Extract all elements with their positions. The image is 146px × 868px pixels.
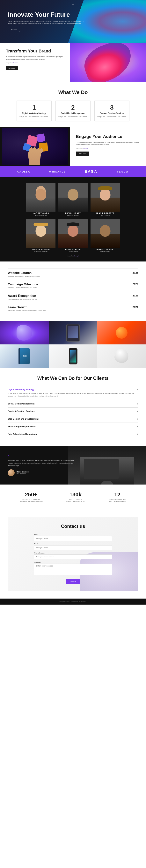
service-desc-1: Sample text. Click to select the Text El… xyxy=(20,116,49,118)
gallery-ball-6 xyxy=(113,347,130,365)
team-photo-jennie xyxy=(91,183,120,212)
accordion-chevron-6: ∨ xyxy=(137,433,138,435)
testimonial-quote: Ipsum quia dolor sit amet, consectetur, … xyxy=(8,460,74,467)
gallery-item-4 xyxy=(0,344,49,368)
timeline-year-3: 2023 xyxy=(132,294,138,297)
form-input-email[interactable] xyxy=(34,545,112,550)
transform-section: Transform Your Brand At vero eos et accu… xyxy=(0,43,146,82)
accordion-content-1: Ut wisi enim ad minim veniam, Lorem ipsu… xyxy=(8,391,138,398)
hero-section: ☰ Innovate Your Future Lorem ipsum dolor… xyxy=(0,0,146,43)
transform-left: Transform Your Brand At vero eos et accu… xyxy=(0,43,70,82)
stat-sublabel-projects: Successful Campaigns Delivered xyxy=(20,500,43,502)
team-photo-phoebe xyxy=(26,219,55,248)
brand-logo-binance: ◆ BINANCE xyxy=(49,170,66,173)
team-role-frank: Financial Director xyxy=(58,215,88,216)
team-photo-celia xyxy=(58,219,88,248)
team-image-credit: Image from Freepik xyxy=(8,255,138,258)
team-member-jennie: JENNIE ROBERTS Vice President xyxy=(91,183,120,216)
accordion-header-3[interactable]: Content Creation Services ∨ xyxy=(8,410,138,413)
timeline-title-3: Award Recognition xyxy=(8,294,38,298)
what-we-do-title: What We Do xyxy=(8,89,138,95)
team-member-nat: NAT REYNOLDS Accountant/auditor xyxy=(26,183,55,216)
timeline-desc-1: Celebrating Our Client's New Online Pres… xyxy=(8,275,40,277)
form-label-phone: Phone Number xyxy=(34,552,112,554)
gallery-item-5 xyxy=(49,344,97,368)
team-member-celia: CELIA ALMEDA Office Manager xyxy=(58,219,88,252)
service-desc-3: Sample text. Click to select the Text El… xyxy=(97,116,126,118)
testimonial-name: Roxie Swanson xyxy=(17,471,30,473)
stat-item-projects: 250+ PROJECTS COMPLETED Successful Campa… xyxy=(20,492,43,502)
service-desc-2: Sample text. Click to select the Text El… xyxy=(58,116,88,118)
brand-logos-section: CROLLA ◆ BINANCE EVGA TESLA xyxy=(0,166,146,177)
team-member-samuel: SAMUEL SCHIOK Sales Manager xyxy=(91,219,120,252)
hero-content: Innovate Your Future Lorem ipsum dolor s… xyxy=(8,11,86,32)
hero-description: Lorem ipsum dolor sit amet, consectetur … xyxy=(8,20,86,25)
accordion-header-1[interactable]: Digital Marketing Strategy ∨ xyxy=(8,388,138,391)
stat-sublabel-years: Years in Digital Innovation xyxy=(108,500,126,502)
team-section: NAT REYNOLDS Accountant/auditor FRANK KI… xyxy=(0,177,146,261)
form-input-name[interactable] xyxy=(34,536,112,541)
stat-number-projects: 250+ xyxy=(20,492,43,498)
contact-section: Contact us Name Email Phone Number Messa… xyxy=(0,509,146,598)
quote-mark: " xyxy=(8,454,74,459)
timeline-desc-2: Reaching 1 Million Impressions in a Mont… xyxy=(8,287,38,288)
testimonial-avatar xyxy=(8,469,15,476)
accordion-chevron-4: ∨ xyxy=(137,417,138,420)
timeline-desc-4: Welcoming 10 New Talented Professionals … xyxy=(8,310,46,311)
transform-title: Transform Your Brand xyxy=(6,49,64,54)
gallery-item-2 xyxy=(49,321,97,344)
stat-item-clients: 130k HAPPY CLIENTS Brands Partnering wit… xyxy=(66,492,84,502)
transform-credit-link[interactable]: Freepik xyxy=(13,62,18,64)
gallery-section xyxy=(0,321,146,368)
gallery-shape-5 xyxy=(49,344,97,368)
team-role-phoebe: Advertising Manager xyxy=(26,251,55,252)
form-submit-button[interactable]: Submit xyxy=(66,579,80,584)
transform-cta-button[interactable]: About Us xyxy=(6,66,18,70)
form-field-message: Message xyxy=(34,561,112,576)
accordion-header-4[interactable]: Web Design and Development ∨ xyxy=(8,417,138,420)
engage-credit-link[interactable]: Freepik xyxy=(83,148,88,149)
accordion-item-2: Social Media Management ∨ xyxy=(8,400,138,408)
team-role-nat: Accountant/auditor xyxy=(26,215,55,216)
team-name-nat: NAT REYNOLDS xyxy=(26,212,55,214)
accordion-item-6: Paid Advertising Campaigns ∨ xyxy=(8,430,138,438)
team-grid-row-2: PHOEBE NELSON Advertising Manager CELIA … xyxy=(8,219,138,252)
timeline-section: Website Launch Celebrating Our Client's … xyxy=(0,261,146,321)
accordion-header-2[interactable]: Social Media Management ∨ xyxy=(8,402,138,405)
form-textarea-message[interactable] xyxy=(34,564,112,575)
accordion-item-1: Digital Marketing Strategy ∨ Ut wisi eni… xyxy=(8,386,138,400)
accordion-chevron-1: ∨ xyxy=(137,388,138,391)
timeline-year-2: 2022 xyxy=(132,283,138,286)
team-photo-frank xyxy=(58,183,88,212)
gallery-shape-3 xyxy=(97,321,146,344)
stat-label-clients: HAPPY CLIENTS xyxy=(66,498,84,500)
accordion-header-5[interactable]: Search Engine Optimization ∨ xyxy=(8,425,138,428)
block-2 xyxy=(36,133,45,143)
gallery-shape-6 xyxy=(97,344,146,368)
service-title-3: Content Creation Services xyxy=(97,112,126,115)
engage-cta-button[interactable]: Read More xyxy=(76,152,89,156)
service-title-2: Social Media Management xyxy=(58,112,88,115)
team-member-phoebe: PHOEBE NELSON Advertising Manager xyxy=(26,219,55,252)
form-input-phone[interactable] xyxy=(34,554,112,559)
gallery-book xyxy=(19,348,30,364)
timeline-title-4: Team Growth xyxy=(8,306,46,309)
gallery-phone xyxy=(69,348,77,365)
stat-label-projects: PROJECTS COMPLETED xyxy=(20,498,43,500)
service-number-1: 1 xyxy=(20,104,49,111)
gallery-ball-3 xyxy=(116,327,127,339)
footer-text: Sample text. Click to select the Text El… xyxy=(8,601,138,602)
timeline-item-2: Campaign Milestone Reaching 1 Million Im… xyxy=(8,280,138,291)
brand-logo-tesla: TESLA xyxy=(117,170,129,173)
accordion-header-6[interactable]: Paid Advertising Campaigns ∨ xyxy=(8,433,138,435)
testimonial-content: " Ipsum quia dolor sit amet, consectetur… xyxy=(0,448,82,482)
team-credit-link[interactable]: Freepik xyxy=(74,255,79,257)
footer: Sample text. Click to select the Text El… xyxy=(0,598,146,604)
hamburger-icon[interactable]: ☰ xyxy=(72,2,74,5)
hero-cta-button[interactable]: Contacts xyxy=(8,28,20,32)
stat-number-years: 12 xyxy=(108,492,126,498)
accordion-section: What We Can Do for Our Clients Digital M… xyxy=(0,368,146,446)
hero-title: Innovate Your Future xyxy=(8,11,86,18)
team-name-samuel: SAMUEL SCHIOK xyxy=(91,248,120,250)
team-role-samuel: Sales Manager xyxy=(91,251,120,252)
